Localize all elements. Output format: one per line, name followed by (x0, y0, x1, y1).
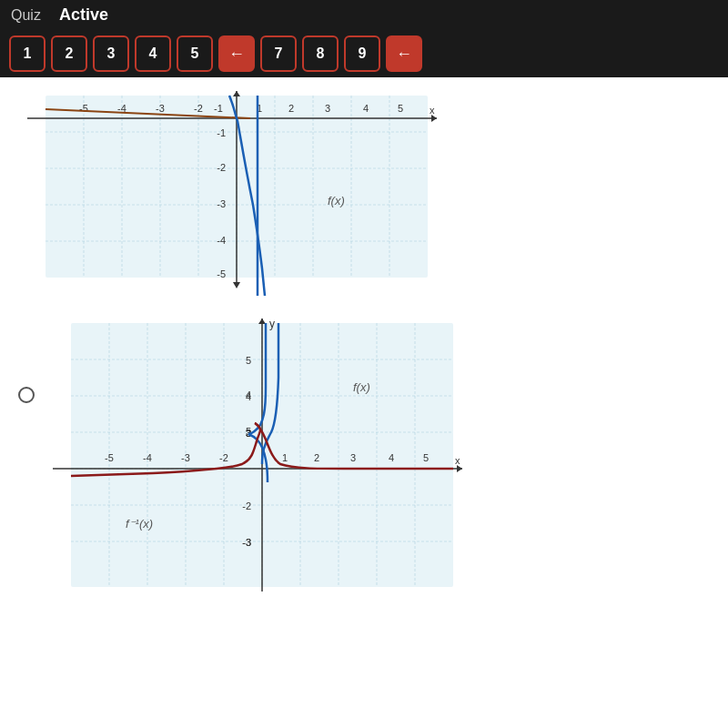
radio-col (18, 314, 35, 403)
svg-text:5: 5 (423, 452, 429, 463)
svg-text:y: y (269, 318, 275, 330)
quiz-label: Quiz (11, 7, 41, 24)
svg-text:f(x): f(x) (328, 194, 345, 207)
nav-btn-1[interactable]: 1 (9, 35, 46, 72)
svg-text:-2: -2 (217, 162, 226, 173)
active-label: Active (59, 5, 108, 25)
nav-btn-3[interactable]: 3 (93, 35, 129, 72)
svg-text:x: x (455, 455, 460, 466)
graph2-container: y 5 4 -5 -4 -3 -2 1 2 3 4 5 x (44, 314, 710, 596)
nav-bar: 1 2 3 4 5 ← 7 8 9 ← (0, 30, 728, 77)
svg-marker-17 (233, 91, 240, 96)
nav-btn-4[interactable]: 4 (135, 35, 171, 72)
svg-text:-2: -2 (242, 500, 251, 511)
svg-marker-15 (431, 115, 437, 122)
graph2-radio[interactable] (18, 387, 35, 403)
svg-text:3: 3 (325, 103, 330, 114)
svg-text:x: x (430, 105, 435, 116)
svg-text:5: 5 (246, 355, 251, 366)
svg-text:f⁻¹(x): f⁻¹(x) (126, 517, 153, 531)
nav-btn-8[interactable]: 8 (302, 35, 339, 72)
svg-text:-3: -3 (242, 537, 251, 548)
svg-text:-4: -4 (217, 235, 226, 246)
graph1-section: -5 -4 -3 -2 -1 1 2 3 4 5 x -1 -2 -3 -4 -… (18, 86, 710, 296)
svg-text:-1: -1 (217, 127, 226, 138)
svg-text:5: 5 (398, 103, 403, 114)
svg-text:-5: -5 (79, 103, 88, 114)
nav-btn-7[interactable]: 7 (260, 35, 297, 72)
graph2-section: y 5 4 -5 -4 -3 -2 1 2 3 4 5 x (18, 314, 710, 596)
top-bar: Quiz Active (0, 0, 728, 30)
svg-text:f(x): f(x) (353, 380, 370, 394)
svg-text:-1: -1 (214, 103, 223, 114)
svg-text:1: 1 (282, 452, 288, 463)
svg-text:-4: -4 (143, 452, 152, 463)
svg-marker-36 (233, 282, 240, 288)
svg-text:-3: -3 (217, 198, 226, 209)
svg-text:4: 4 (246, 391, 251, 402)
nav-btn-5[interactable]: 5 (177, 35, 213, 72)
svg-text:-2: -2 (194, 103, 203, 114)
svg-text:-5: -5 (217, 268, 226, 279)
svg-text:2: 2 (288, 103, 294, 114)
svg-text:-2: -2 (219, 452, 228, 463)
graph1-container: -5 -4 -3 -2 -1 1 2 3 4 5 x -1 -2 -3 -4 -… (18, 86, 710, 296)
svg-text:-3: -3 (156, 103, 165, 114)
nav-btn-forward[interactable]: ← (386, 35, 422, 72)
svg-marker-54 (457, 465, 462, 472)
main-content: -5 -4 -3 -2 -1 1 2 3 4 5 x -1 -2 -3 -4 -… (0, 77, 728, 728)
svg-text:-3: -3 (181, 452, 190, 463)
graph2-svg: y 5 4 -5 -4 -3 -2 1 2 3 4 5 x (44, 314, 480, 596)
svg-text:4: 4 (389, 452, 394, 463)
svg-text:-5: -5 (105, 452, 114, 463)
graph1-svg: -5 -4 -3 -2 -1 1 2 3 4 5 x -1 -2 -3 -4 -… (18, 86, 455, 296)
svg-text:4: 4 (363, 103, 369, 114)
nav-btn-back[interactable]: ← (218, 35, 255, 72)
nav-btn-2[interactable]: 2 (51, 35, 87, 72)
nav-btn-9[interactable]: 9 (344, 35, 380, 72)
svg-text:2: 2 (314, 452, 319, 463)
svg-text:3: 3 (350, 452, 356, 463)
